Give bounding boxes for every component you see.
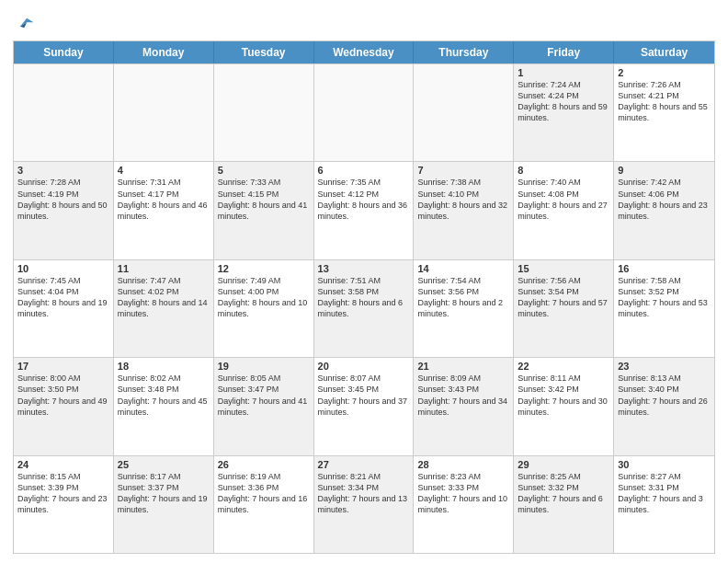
day-info: Sunrise: 8:21 AM Sunset: 3:34 PM Dayligh… (318, 471, 410, 516)
day-number: 1 (518, 67, 609, 78)
day-number: 4 (118, 165, 210, 176)
calendar-cell-w3-d0: 17Sunrise: 8:00 AM Sunset: 3:50 PM Dayli… (14, 358, 114, 454)
calendar-header: SundayMondayTuesdayWednesdayThursdayFrid… (14, 41, 714, 63)
calendar-cell-w0-d0 (14, 64, 114, 161)
day-info: Sunrise: 8:13 AM Sunset: 3:40 PM Dayligh… (618, 373, 711, 418)
calendar-cell-w1-d4: 7Sunrise: 7:38 AM Sunset: 4:10 PM Daylig… (414, 162, 514, 259)
day-number: 28 (417, 459, 509, 470)
calendar-cell-w4-d5: 29Sunrise: 8:25 AM Sunset: 3:32 PM Dayli… (514, 456, 614, 553)
calendar-cell-w2-d5: 15Sunrise: 7:56 AM Sunset: 3:54 PM Dayli… (514, 260, 614, 357)
calendar-cell-w3-d5: 22Sunrise: 8:11 AM Sunset: 3:42 PM Dayli… (514, 358, 614, 454)
day-info: Sunrise: 7:33 AM Sunset: 4:15 PM Dayligh… (218, 177, 310, 222)
calendar-cell-w0-d6: 2Sunrise: 7:26 AM Sunset: 4:21 PM Daylig… (614, 64, 714, 161)
day-info: Sunrise: 7:51 AM Sunset: 3:58 PM Dayligh… (318, 275, 410, 320)
calendar-row-4: 24Sunrise: 8:15 AM Sunset: 3:39 PM Dayli… (14, 455, 714, 553)
calendar-cell-w0-d2 (214, 64, 314, 161)
header-day-thursday: Thursday (414, 41, 514, 63)
day-number: 13 (318, 263, 410, 274)
calendar-cell-w2-d4: 14Sunrise: 7:54 AM Sunset: 3:56 PM Dayli… (414, 260, 514, 357)
day-number: 18 (118, 361, 210, 372)
calendar-cell-w4-d3: 27Sunrise: 8:21 AM Sunset: 3:34 PM Dayli… (314, 456, 415, 553)
day-number: 15 (518, 263, 609, 274)
calendar-cell-w2-d0: 10Sunrise: 7:45 AM Sunset: 4:04 PM Dayli… (14, 260, 114, 357)
day-number: 27 (318, 459, 410, 470)
logo-bird-icon (15, 13, 35, 33)
calendar-cell-w4-d6: 30Sunrise: 8:27 AM Sunset: 3:31 PM Dayli… (614, 456, 714, 553)
day-info: Sunrise: 7:58 AM Sunset: 3:52 PM Dayligh… (618, 275, 711, 320)
calendar-cell-w2-d3: 13Sunrise: 7:51 AM Sunset: 3:58 PM Dayli… (314, 260, 415, 357)
day-info: Sunrise: 8:00 AM Sunset: 3:50 PM Dayligh… (17, 373, 109, 418)
calendar-cell-w3-d1: 18Sunrise: 8:02 AM Sunset: 3:48 PM Dayli… (114, 358, 214, 454)
day-number: 21 (417, 361, 509, 372)
page: SundayMondayTuesdayWednesdayThursdayFrid… (0, 0, 728, 563)
calendar-body: 1Sunrise: 7:24 AM Sunset: 4:24 PM Daylig… (14, 63, 714, 553)
day-info: Sunrise: 8:27 AM Sunset: 3:31 PM Dayligh… (618, 471, 711, 516)
calendar-cell-w3-d6: 23Sunrise: 8:13 AM Sunset: 3:40 PM Dayli… (614, 358, 714, 454)
day-number: 29 (518, 459, 609, 470)
calendar: SundayMondayTuesdayWednesdayThursdayFrid… (13, 40, 715, 554)
day-info: Sunrise: 8:07 AM Sunset: 3:45 PM Dayligh… (318, 373, 410, 418)
calendar-cell-w1-d2: 5Sunrise: 7:33 AM Sunset: 4:15 PM Daylig… (214, 162, 314, 259)
day-info: Sunrise: 8:23 AM Sunset: 3:33 PM Dayligh… (417, 471, 509, 516)
day-number: 12 (218, 263, 310, 274)
calendar-cell-w3-d2: 19Sunrise: 8:05 AM Sunset: 3:47 PM Dayli… (214, 358, 314, 454)
day-number: 16 (618, 263, 711, 274)
day-number: 3 (17, 165, 109, 176)
calendar-cell-w0-d5: 1Sunrise: 7:24 AM Sunset: 4:24 PM Daylig… (514, 64, 614, 161)
calendar-cell-w0-d3 (314, 64, 415, 161)
day-info: Sunrise: 8:02 AM Sunset: 3:48 PM Dayligh… (118, 373, 210, 418)
calendar-cell-w1-d6: 9Sunrise: 7:42 AM Sunset: 4:06 PM Daylig… (614, 162, 714, 259)
day-number: 5 (218, 165, 310, 176)
header-day-saturday: Saturday (614, 41, 714, 63)
day-info: Sunrise: 8:19 AM Sunset: 3:36 PM Dayligh… (218, 471, 310, 516)
day-info: Sunrise: 7:42 AM Sunset: 4:06 PM Dayligh… (618, 177, 711, 222)
calendar-cell-w1-d3: 6Sunrise: 7:35 AM Sunset: 4:12 PM Daylig… (314, 162, 415, 259)
day-info: Sunrise: 7:35 AM Sunset: 4:12 PM Dayligh… (318, 177, 410, 222)
calendar-row-0: 1Sunrise: 7:24 AM Sunset: 4:24 PM Daylig… (14, 63, 714, 161)
day-info: Sunrise: 7:54 AM Sunset: 3:56 PM Dayligh… (417, 275, 509, 320)
day-info: Sunrise: 7:38 AM Sunset: 4:10 PM Dayligh… (417, 177, 509, 222)
day-info: Sunrise: 7:49 AM Sunset: 4:00 PM Dayligh… (218, 275, 310, 320)
calendar-cell-w1-d0: 3Sunrise: 7:28 AM Sunset: 4:19 PM Daylig… (14, 162, 114, 259)
day-number: 25 (118, 459, 210, 470)
day-info: Sunrise: 8:15 AM Sunset: 3:39 PM Dayligh… (17, 471, 109, 516)
day-number: 30 (618, 459, 711, 470)
day-number: 10 (17, 263, 109, 274)
calendar-cell-w1-d5: 8Sunrise: 7:40 AM Sunset: 4:08 PM Daylig… (514, 162, 614, 259)
day-info: Sunrise: 7:40 AM Sunset: 4:08 PM Dayligh… (518, 177, 609, 222)
header (13, 9, 715, 33)
day-number: 9 (618, 165, 711, 176)
day-info: Sunrise: 8:09 AM Sunset: 3:43 PM Dayligh… (417, 373, 509, 418)
calendar-cell-w2-d6: 16Sunrise: 7:58 AM Sunset: 3:52 PM Dayli… (614, 260, 714, 357)
day-number: 26 (218, 459, 310, 470)
calendar-cell-w2-d2: 12Sunrise: 7:49 AM Sunset: 4:00 PM Dayli… (214, 260, 314, 357)
day-number: 14 (417, 263, 509, 274)
calendar-cell-w4-d0: 24Sunrise: 8:15 AM Sunset: 3:39 PM Dayli… (14, 456, 114, 553)
day-info: Sunrise: 7:31 AM Sunset: 4:17 PM Dayligh… (118, 177, 210, 222)
calendar-cell-w3-d3: 20Sunrise: 8:07 AM Sunset: 3:45 PM Dayli… (314, 358, 415, 454)
calendar-cell-w3-d4: 21Sunrise: 8:09 AM Sunset: 3:43 PM Dayli… (414, 358, 514, 454)
calendar-cell-w4-d2: 26Sunrise: 8:19 AM Sunset: 3:36 PM Dayli… (214, 456, 314, 553)
day-number: 8 (518, 165, 609, 176)
calendar-cell-w0-d1 (114, 64, 214, 161)
day-number: 23 (618, 361, 711, 372)
header-day-monday: Monday (114, 41, 214, 63)
calendar-row-1: 3Sunrise: 7:28 AM Sunset: 4:19 PM Daylig… (14, 161, 714, 259)
day-info: Sunrise: 7:47 AM Sunset: 4:02 PM Dayligh… (118, 275, 210, 320)
calendar-row-3: 17Sunrise: 8:00 AM Sunset: 3:50 PM Dayli… (14, 357, 714, 454)
header-day-tuesday: Tuesday (214, 41, 314, 63)
day-info: Sunrise: 7:28 AM Sunset: 4:19 PM Dayligh… (17, 177, 109, 222)
calendar-cell-w0-d4 (414, 64, 514, 161)
day-info: Sunrise: 7:24 AM Sunset: 4:24 PM Dayligh… (518, 79, 609, 124)
day-number: 7 (417, 165, 509, 176)
logo (13, 13, 35, 33)
day-number: 6 (318, 165, 410, 176)
day-info: Sunrise: 8:17 AM Sunset: 3:37 PM Dayligh… (118, 471, 210, 516)
day-number: 20 (318, 361, 410, 372)
calendar-row-2: 10Sunrise: 7:45 AM Sunset: 4:04 PM Dayli… (14, 259, 714, 357)
day-info: Sunrise: 8:05 AM Sunset: 3:47 PM Dayligh… (218, 373, 310, 418)
day-number: 17 (17, 361, 109, 372)
header-day-friday: Friday (514, 41, 614, 63)
calendar-cell-w2-d1: 11Sunrise: 7:47 AM Sunset: 4:02 PM Dayli… (114, 260, 214, 357)
header-day-sunday: Sunday (14, 41, 114, 63)
